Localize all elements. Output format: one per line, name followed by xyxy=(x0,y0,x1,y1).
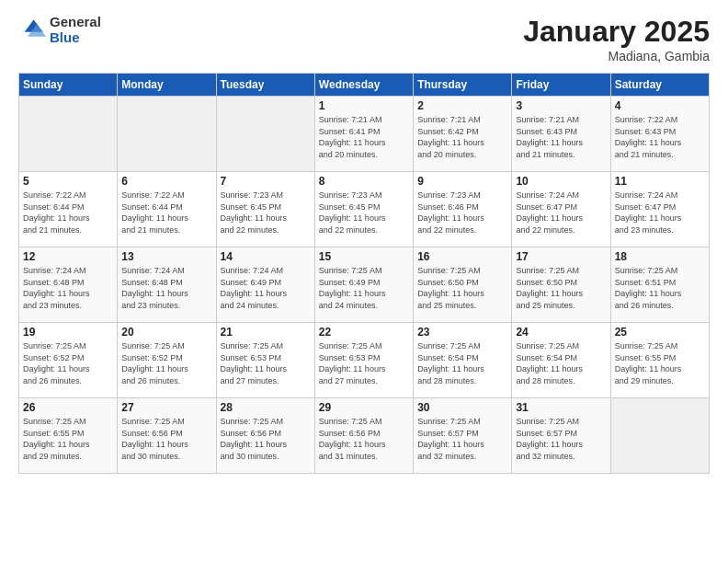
table-row: 17Sunrise: 7:25 AM Sunset: 6:50 PM Dayli… xyxy=(512,247,610,323)
col-tuesday: Tuesday xyxy=(216,74,314,97)
table-row: 24Sunrise: 7:25 AM Sunset: 6:54 PM Dayli… xyxy=(512,323,610,398)
table-row: 21Sunrise: 7:25 AM Sunset: 6:53 PM Dayli… xyxy=(216,323,314,398)
calendar-week-row: 19Sunrise: 7:25 AM Sunset: 6:52 PM Dayli… xyxy=(19,323,710,398)
day-info: Sunrise: 7:25 AM Sunset: 6:56 PM Dayligh… xyxy=(221,416,311,462)
day-info: Sunrise: 7:23 AM Sunset: 6:45 PM Dayligh… xyxy=(319,190,409,236)
day-info: Sunrise: 7:21 AM Sunset: 6:43 PM Dayligh… xyxy=(516,114,606,160)
day-number: 14 xyxy=(221,250,311,263)
day-info: Sunrise: 7:25 AM Sunset: 6:53 PM Dayligh… xyxy=(221,340,311,386)
calendar-week-row: 1Sunrise: 7:21 AM Sunset: 6:41 PM Daylig… xyxy=(19,97,710,172)
table-row: 22Sunrise: 7:25 AM Sunset: 6:53 PM Dayli… xyxy=(314,323,413,398)
col-friday: Friday xyxy=(512,74,610,97)
logo-general-text: General xyxy=(50,15,101,30)
day-info: Sunrise: 7:25 AM Sunset: 6:57 PM Dayligh… xyxy=(516,416,606,462)
table-row: 4Sunrise: 7:22 AM Sunset: 6:43 PM Daylig… xyxy=(610,97,709,172)
day-info: Sunrise: 7:24 AM Sunset: 6:47 PM Dayligh… xyxy=(516,190,606,236)
day-number: 5 xyxy=(23,175,113,188)
day-info: Sunrise: 7:21 AM Sunset: 6:42 PM Dayligh… xyxy=(417,114,507,160)
day-info: Sunrise: 7:25 AM Sunset: 6:55 PM Dayligh… xyxy=(23,416,113,462)
day-info: Sunrise: 7:25 AM Sunset: 6:53 PM Dayligh… xyxy=(319,340,409,386)
day-info: Sunrise: 7:25 AM Sunset: 6:49 PM Dayligh… xyxy=(319,265,409,311)
table-row: 27Sunrise: 7:25 AM Sunset: 6:56 PM Dayli… xyxy=(118,398,216,474)
day-number: 2 xyxy=(417,99,507,112)
day-number: 30 xyxy=(417,401,507,414)
day-info: Sunrise: 7:24 AM Sunset: 6:48 PM Dayligh… xyxy=(121,265,211,311)
table-row: 7Sunrise: 7:23 AM Sunset: 6:45 PM Daylig… xyxy=(216,172,314,247)
day-info: Sunrise: 7:25 AM Sunset: 6:54 PM Dayligh… xyxy=(417,340,507,386)
table-row xyxy=(610,398,709,474)
day-info: Sunrise: 7:25 AM Sunset: 6:57 PM Dayligh… xyxy=(417,416,507,462)
day-info: Sunrise: 7:23 AM Sunset: 6:45 PM Dayligh… xyxy=(221,190,311,236)
day-info: Sunrise: 7:25 AM Sunset: 6:55 PM Dayligh… xyxy=(615,340,705,386)
table-row: 10Sunrise: 7:24 AM Sunset: 6:47 PM Dayli… xyxy=(512,172,610,247)
col-monday: Monday xyxy=(118,74,216,97)
page: General Blue January 2025 Madiana, Gambi… xyxy=(0,0,728,563)
table-row: 2Sunrise: 7:21 AM Sunset: 6:42 PM Daylig… xyxy=(414,97,512,172)
table-row: 13Sunrise: 7:24 AM Sunset: 6:48 PM Dayli… xyxy=(118,247,216,323)
day-number: 15 xyxy=(319,250,409,263)
day-number: 4 xyxy=(615,99,705,112)
logo-blue-text: Blue xyxy=(50,30,101,46)
col-sunday: Sunday xyxy=(19,74,118,97)
table-row: 12Sunrise: 7:24 AM Sunset: 6:48 PM Dayli… xyxy=(19,247,118,323)
day-number: 20 xyxy=(121,326,211,339)
table-row: 26Sunrise: 7:25 AM Sunset: 6:55 PM Dayli… xyxy=(19,398,118,474)
table-row: 9Sunrise: 7:23 AM Sunset: 6:46 PM Daylig… xyxy=(414,172,512,247)
calendar-week-row: 5Sunrise: 7:22 AM Sunset: 6:44 PM Daylig… xyxy=(19,172,710,247)
table-row: 20Sunrise: 7:25 AM Sunset: 6:52 PM Dayli… xyxy=(118,323,216,398)
day-number: 25 xyxy=(615,326,705,339)
day-info: Sunrise: 7:25 AM Sunset: 6:54 PM Dayligh… xyxy=(516,340,606,386)
calendar-header-row: Sunday Monday Tuesday Wednesday Thursday… xyxy=(19,74,710,97)
table-row xyxy=(19,97,118,172)
calendar: Sunday Monday Tuesday Wednesday Thursday… xyxy=(18,73,710,474)
table-row: 18Sunrise: 7:25 AM Sunset: 6:51 PM Dayli… xyxy=(610,247,709,323)
table-row: 14Sunrise: 7:24 AM Sunset: 6:49 PM Dayli… xyxy=(216,247,314,323)
calendar-week-row: 12Sunrise: 7:24 AM Sunset: 6:48 PM Dayli… xyxy=(19,247,710,323)
day-info: Sunrise: 7:25 AM Sunset: 6:52 PM Dayligh… xyxy=(121,340,211,386)
col-thursday: Thursday xyxy=(414,74,512,97)
day-number: 1 xyxy=(319,99,409,112)
day-number: 26 xyxy=(23,401,113,414)
day-info: Sunrise: 7:23 AM Sunset: 6:46 PM Dayligh… xyxy=(417,190,507,236)
day-info: Sunrise: 7:25 AM Sunset: 6:50 PM Dayligh… xyxy=(417,265,507,311)
day-info: Sunrise: 7:25 AM Sunset: 6:52 PM Dayligh… xyxy=(23,340,113,386)
day-number: 6 xyxy=(121,175,211,188)
day-number: 21 xyxy=(221,326,311,339)
logo-icon xyxy=(18,17,46,44)
table-row xyxy=(118,97,216,172)
table-row: 19Sunrise: 7:25 AM Sunset: 6:52 PM Dayli… xyxy=(19,323,118,398)
table-row: 1Sunrise: 7:21 AM Sunset: 6:41 PM Daylig… xyxy=(314,97,413,172)
day-info: Sunrise: 7:25 AM Sunset: 6:56 PM Dayligh… xyxy=(121,416,211,462)
col-wednesday: Wednesday xyxy=(314,74,413,97)
day-number: 3 xyxy=(516,99,606,112)
table-row: 3Sunrise: 7:21 AM Sunset: 6:43 PM Daylig… xyxy=(512,97,610,172)
table-row: 11Sunrise: 7:24 AM Sunset: 6:47 PM Dayli… xyxy=(610,172,709,247)
table-row: 23Sunrise: 7:25 AM Sunset: 6:54 PM Dayli… xyxy=(414,323,512,398)
table-row: 28Sunrise: 7:25 AM Sunset: 6:56 PM Dayli… xyxy=(216,398,314,474)
day-number: 10 xyxy=(516,175,606,188)
table-row: 16Sunrise: 7:25 AM Sunset: 6:50 PM Dayli… xyxy=(414,247,512,323)
table-row: 29Sunrise: 7:25 AM Sunset: 6:56 PM Dayli… xyxy=(314,398,413,474)
day-number: 7 xyxy=(221,175,311,188)
table-row: 30Sunrise: 7:25 AM Sunset: 6:57 PM Dayli… xyxy=(414,398,512,474)
day-number: 29 xyxy=(319,401,409,414)
day-number: 17 xyxy=(516,250,606,263)
day-number: 16 xyxy=(417,250,507,263)
table-row: 31Sunrise: 7:25 AM Sunset: 6:57 PM Dayli… xyxy=(512,398,610,474)
calendar-week-row: 26Sunrise: 7:25 AM Sunset: 6:55 PM Dayli… xyxy=(19,398,710,474)
day-number: 13 xyxy=(121,250,211,263)
table-row: 8Sunrise: 7:23 AM Sunset: 6:45 PM Daylig… xyxy=(314,172,413,247)
day-info: Sunrise: 7:21 AM Sunset: 6:41 PM Dayligh… xyxy=(319,114,409,160)
day-number: 23 xyxy=(417,326,507,339)
title-month: January 2025 xyxy=(523,15,710,49)
day-number: 31 xyxy=(516,401,606,414)
table-row: 15Sunrise: 7:25 AM Sunset: 6:49 PM Dayli… xyxy=(314,247,413,323)
day-number: 27 xyxy=(121,401,211,414)
day-number: 9 xyxy=(417,175,507,188)
day-info: Sunrise: 7:24 AM Sunset: 6:47 PM Dayligh… xyxy=(615,190,705,236)
col-saturday: Saturday xyxy=(610,74,709,97)
day-number: 11 xyxy=(615,175,705,188)
day-info: Sunrise: 7:25 AM Sunset: 6:50 PM Dayligh… xyxy=(516,265,606,311)
table-row xyxy=(216,97,314,172)
day-info: Sunrise: 7:24 AM Sunset: 6:49 PM Dayligh… xyxy=(221,265,311,311)
